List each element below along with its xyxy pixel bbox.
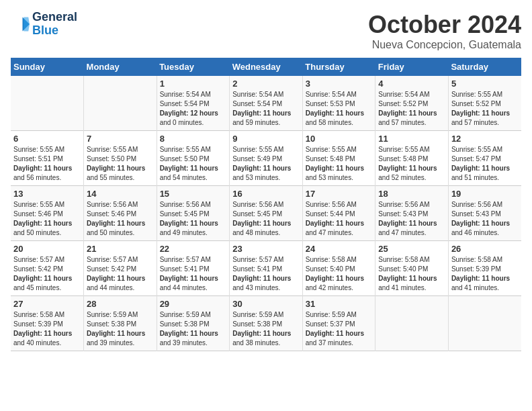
cell-info-line: Daylight: 11 hours [87,164,154,173]
calendar-cell: 24Sunrise: 5:58 AMSunset: 5:40 PMDayligh… [302,241,375,296]
logo-icon [11,15,30,34]
location-title: Nueva Concepcion, Guatemala [368,39,521,51]
svg-marker-1 [24,17,30,31]
header-row: SundayMondayTuesdayWednesdayThursdayFrid… [11,58,521,76]
cell-info-line: Sunset: 5:46 PM [13,210,81,219]
calendar-cell: 15Sunrise: 5:56 AMSunset: 5:45 PMDayligh… [157,186,230,241]
calendar-cell: 20Sunrise: 5:57 AMSunset: 5:42 PMDayligh… [11,241,84,296]
day-number: 14 [87,189,154,199]
day-number: 3 [306,79,373,89]
day-number: 4 [378,79,445,89]
col-header-thursday: Thursday [302,58,375,76]
cell-info-line: and 44 minutes. [160,283,227,293]
cell-info-line: and 37 minutes. [306,338,373,348]
calendar-cell: 13Sunrise: 5:55 AMSunset: 5:46 PMDayligh… [11,186,84,241]
cell-info-line: and 57 minutes. [451,118,519,128]
day-number: 30 [232,299,300,309]
cell-info-line: Sunset: 5:43 PM [451,210,519,219]
cell-info-line: Sunrise: 5:57 AM [13,255,81,265]
calendar-cell: 27Sunrise: 5:58 AMSunset: 5:39 PMDayligh… [11,296,84,351]
cell-info-line: and 44 minutes. [87,283,154,293]
cell-info-line: Sunrise: 5:58 AM [306,255,373,265]
cell-info-line: Daylight: 11 hours [87,274,154,283]
day-number: 26 [451,244,519,254]
logo-line2: Blue [32,24,77,38]
calendar-cell: 30Sunrise: 5:59 AMSunset: 5:38 PMDayligh… [230,296,303,351]
calendar-cell: 31Sunrise: 5:59 AMSunset: 5:37 PMDayligh… [302,296,375,351]
calendar-cell: 4Sunrise: 5:54 AMSunset: 5:52 PMDaylight… [375,76,449,131]
cell-info-line: Daylight: 11 hours [87,329,154,338]
cell-info-line: and 52 minutes. [378,173,445,183]
cell-info-line: and 41 minutes. [378,283,445,293]
cell-info-line: Sunrise: 5:54 AM [306,90,373,99]
cell-info-line: Sunrise: 5:58 AM [378,255,445,265]
cell-info-line: Daylight: 11 hours [451,109,519,118]
cell-info-line: Sunrise: 5:57 AM [232,255,300,265]
cell-info-line: and 55 minutes. [87,173,154,183]
cell-info-line: and 59 minutes. [232,118,300,128]
cell-info-line: Sunset: 5:44 PM [306,210,373,219]
calendar-cell: 25Sunrise: 5:58 AMSunset: 5:40 PMDayligh… [375,241,449,296]
cell-info-line: Sunset: 5:41 PM [232,265,300,274]
calendar-cell: 5Sunrise: 5:55 AMSunset: 5:52 PMDaylight… [448,76,521,131]
cell-info-line: Daylight: 11 hours [160,219,227,228]
day-number: 20 [13,244,81,254]
cell-info-line: and 48 minutes. [232,228,300,238]
week-row-3: 13Sunrise: 5:55 AMSunset: 5:46 PMDayligh… [11,186,521,241]
day-number: 28 [87,299,154,309]
cell-info-line: Sunset: 5:40 PM [306,265,373,274]
calendar-cell: 6Sunrise: 5:55 AMSunset: 5:51 PMDaylight… [11,131,84,186]
cell-info-line: Daylight: 11 hours [87,219,154,228]
cell-info-line: Daylight: 11 hours [306,274,373,283]
cell-info-line: Sunset: 5:51 PM [13,154,81,164]
cell-info-line: Sunset: 5:38 PM [232,320,300,329]
cell-info-line: Sunrise: 5:55 AM [306,145,373,154]
cell-info-line: and 40 minutes. [13,338,81,348]
cell-info-line: and 45 minutes. [13,283,81,293]
calendar-cell: 16Sunrise: 5:56 AMSunset: 5:45 PMDayligh… [230,186,303,241]
calendar-cell [84,76,157,131]
cell-info-line: Daylight: 11 hours [232,164,300,173]
cell-info-line: Sunrise: 5:55 AM [13,200,81,210]
cell-info-line: Sunset: 5:40 PM [378,265,445,274]
day-number: 24 [306,244,373,254]
cell-info-line: Sunrise: 5:57 AM [87,255,154,265]
calendar-cell: 23Sunrise: 5:57 AMSunset: 5:41 PMDayligh… [230,241,303,296]
calendar-cell: 10Sunrise: 5:55 AMSunset: 5:48 PMDayligh… [302,131,375,186]
day-number: 13 [13,189,81,199]
title-area: October 2024 Nueva Concepcion, Guatemala [368,11,521,51]
cell-info-line: Sunset: 5:49 PM [232,154,300,164]
cell-info-line: Sunset: 5:48 PM [378,154,445,164]
cell-info-line: Sunset: 5:50 PM [87,154,154,164]
cell-info-line: Sunrise: 5:59 AM [160,310,227,320]
cell-info-line: Sunset: 5:50 PM [160,154,227,164]
cell-info-line: Sunrise: 5:55 AM [87,145,154,154]
cell-info-line: Daylight: 11 hours [160,274,227,283]
cell-info-line: and 41 minutes. [451,283,519,293]
cell-info-line: Sunset: 5:42 PM [87,265,154,274]
day-number: 10 [306,134,373,144]
cell-info-line: Sunset: 5:52 PM [451,99,519,109]
cell-info-line: Daylight: 11 hours [451,164,519,173]
cell-info-line: Sunrise: 5:55 AM [13,145,81,154]
day-number: 2 [232,79,300,89]
cell-info-line: Sunset: 5:41 PM [160,265,227,274]
cell-info-line: Sunset: 5:39 PM [13,320,81,329]
day-number: 9 [232,134,300,144]
cell-info-line: and 50 minutes. [13,228,81,238]
day-number: 21 [87,244,154,254]
day-number: 22 [160,244,227,254]
calendar-cell: 14Sunrise: 5:56 AMSunset: 5:46 PMDayligh… [84,186,157,241]
col-header-monday: Monday [84,58,157,76]
cell-info-line: Sunset: 5:53 PM [306,99,373,109]
cell-info-line: Sunset: 5:47 PM [451,154,519,164]
calendar-cell: 26Sunrise: 5:58 AMSunset: 5:39 PMDayligh… [448,241,521,296]
cell-info-line: and 39 minutes. [87,338,154,348]
cell-info-line: Sunset: 5:52 PM [378,99,445,109]
day-number: 15 [160,189,227,199]
cell-info-line: and 53 minutes. [232,173,300,183]
cell-info-line: and 49 minutes. [160,228,227,238]
day-number: 12 [451,134,519,144]
cell-info-line: Daylight: 11 hours [160,329,227,338]
cell-info-line: and 56 minutes. [13,173,81,183]
